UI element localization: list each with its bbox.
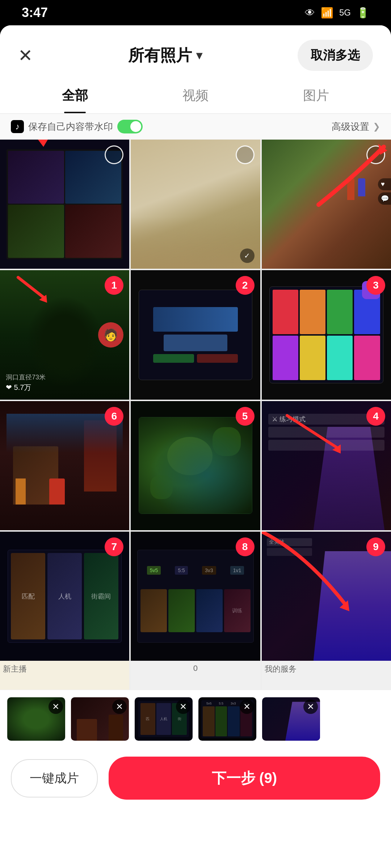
grid-cell-12[interactable]: 全英雄 9	[262, 532, 391, 661]
tab-photo[interactable]: 图片	[256, 78, 377, 113]
save-watermark-setting[interactable]: ♪ 保存自己内容带水印	[11, 120, 143, 133]
tab-video[interactable]: 视频	[135, 78, 256, 113]
partial-next-row: 新主播 0 我的服务	[0, 661, 391, 690]
num-badge-9: 9	[366, 537, 385, 556]
selected-thumbnails-bar: ✕ ✕ 匹 人机 街 ✕ 5v55:53v31v1	[0, 690, 391, 748]
grid-cell-6[interactable]: 3	[262, 270, 391, 399]
num-badge-7: 7	[105, 537, 123, 556]
status-bar: 3:47 👁 📶 5G 🔋	[0, 0, 391, 25]
selected-thumb-4[interactable]: 5v55:53v31v1 ✕	[198, 697, 256, 741]
num-badge-4: 4	[366, 407, 385, 426]
select-circle-2	[236, 145, 255, 164]
grid-cell-10[interactable]: 匹配 人机 街霸间 7	[0, 532, 129, 661]
close-button[interactable]: ✕	[18, 45, 33, 65]
selected-thumb-5[interactable]: ✕	[262, 697, 320, 741]
main-container: ✕ 所有照片 ▾ 取消多选 全部 视频 图片 ♪ 保存自己内容带水印 高级设置 …	[0, 25, 391, 868]
chevron-right-icon: ❯	[373, 122, 380, 132]
next-step-button[interactable]: 下一步 (9)	[109, 757, 380, 800]
status-icons: 👁 📶 5G 🔋	[305, 7, 369, 19]
select-circle-1	[105, 145, 123, 164]
num-badge-3: 3	[366, 276, 385, 295]
photo-grid-wrapper: ✓ ♥ 💬	[0, 140, 391, 661]
title-dropdown-icon[interactable]: ▾	[196, 48, 202, 62]
selected-thumb-2[interactable]: ✕	[71, 697, 129, 741]
num-badge-5: 5	[236, 407, 255, 426]
auto-create-button[interactable]: 一键成片	[11, 759, 98, 797]
num-badge-2: 2	[236, 276, 255, 295]
action-bar: 一键成片 下一步 (9)	[0, 748, 391, 808]
grid-cell-9[interactable]: ⚔ 练习模式 4	[262, 401, 391, 530]
header: ✕ 所有照片 ▾ 取消多选	[0, 25, 391, 78]
save-watermark-label: 保存自己内容带水印	[28, 120, 113, 133]
tab-bar: 全部 视频 图片	[0, 78, 391, 114]
title-text: 所有照片	[128, 45, 192, 66]
wifi-icon: 📶	[321, 7, 333, 19]
grid-cell-3[interactable]: ♥ 💬	[262, 140, 391, 269]
photo-grid: ✓ ♥ 💬	[0, 140, 391, 661]
selected-thumb-1[interactable]: ✕	[7, 697, 65, 741]
signal-icon: 5G	[339, 8, 351, 18]
tiktok-logo-icon: ♪	[11, 120, 24, 133]
status-time: 3:47	[22, 5, 48, 20]
num-badge-6: 6	[105, 407, 123, 426]
num-badge-8: 8	[236, 537, 255, 556]
select-circle-3	[366, 145, 385, 164]
eye-icon: 👁	[305, 7, 315, 19]
settings-bar: ♪ 保存自己内容带水印 高级设置 ❯	[0, 114, 391, 140]
remove-thumb-1[interactable]: ✕	[49, 699, 63, 714]
tab-all[interactable]: 全部	[14, 78, 135, 113]
grid-cell-4[interactable]: 🧑 ❤ 5.7万 洞口直径73米 1	[0, 270, 129, 399]
header-title: 所有照片 ▾	[128, 45, 202, 66]
cancel-multiselect-button[interactable]: 取消多选	[298, 40, 373, 71]
grid-cell-11[interactable]: 5v5 5:5 3v3 1v1 训练 8	[131, 532, 260, 661]
grid-cell-7[interactable]: 6	[0, 401, 129, 530]
save-watermark-toggle[interactable]	[117, 120, 143, 133]
grid-cell-5[interactable]: 2	[131, 270, 260, 399]
grid-cell-8[interactable]: 5	[131, 401, 260, 530]
grid-cell-1[interactable]	[0, 140, 129, 269]
grid-cell-2[interactable]: ✓	[131, 140, 260, 269]
selected-thumb-3[interactable]: 匹 人机 街 ✕	[135, 697, 193, 741]
remove-thumb-2[interactable]: ✕	[112, 699, 127, 714]
battery-icon: 🔋	[357, 7, 369, 19]
advanced-label: 高级设置	[332, 120, 369, 133]
advanced-settings[interactable]: 高级设置 ❯	[332, 120, 380, 133]
